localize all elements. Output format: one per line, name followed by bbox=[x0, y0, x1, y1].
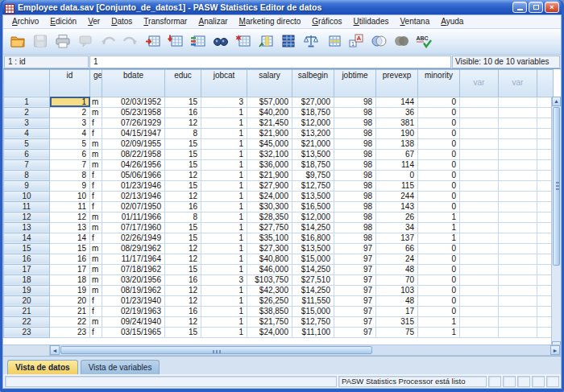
menu-utilidades[interactable]: Utilidades bbox=[348, 16, 395, 27]
menu-gr-ficos[interactable]: Gráficos bbox=[306, 16, 347, 27]
cell-salbegin-8[interactable]: $9,750 bbox=[292, 170, 334, 180]
cell-var1-19[interactable] bbox=[460, 285, 499, 295]
use-variable-sets-icon[interactable] bbox=[367, 31, 389, 52]
cell-jobcat-20[interactable]: 1 bbox=[201, 295, 247, 306]
cell-bdate-1[interactable]: 02/03/1952 bbox=[102, 97, 165, 107]
cell-var1-4[interactable] bbox=[460, 128, 499, 138]
cell-salary-11[interactable]: $30,300 bbox=[247, 201, 292, 212]
cell-jobcat-16[interactable]: 1 bbox=[201, 254, 247, 264]
row-header-5[interactable]: 5 bbox=[4, 138, 50, 149]
cell-prevexp-8[interactable]: 0 bbox=[376, 170, 418, 180]
row-header-4[interactable]: 4 bbox=[4, 128, 50, 138]
cell-jobcat-4[interactable]: 1 bbox=[201, 128, 247, 138]
cell-jobtime-17[interactable]: 97 bbox=[334, 264, 376, 274]
cell-salbegin-10[interactable]: $13,500 bbox=[292, 191, 334, 201]
cell-gender-2[interactable]: m bbox=[90, 107, 102, 118]
cell-jobtime-20[interactable]: 97 bbox=[334, 295, 376, 306]
cell-var2-13[interactable] bbox=[499, 222, 537, 233]
row-header-23[interactable]: 23 bbox=[4, 327, 50, 337]
cell-prevexp-12[interactable]: 26 bbox=[376, 212, 418, 222]
cell-var2-23[interactable] bbox=[499, 327, 537, 337]
cell-salbegin-23[interactable]: $11,100 bbox=[292, 327, 334, 337]
cell-prevexp-1[interactable]: 144 bbox=[376, 97, 418, 107]
horizontal-scroll-thumb[interactable] bbox=[60, 346, 372, 354]
cell-educ-12[interactable]: 8 bbox=[165, 212, 201, 222]
cell-salary-2[interactable]: $40,200 bbox=[247, 107, 292, 118]
cell-var2-7[interactable] bbox=[499, 159, 537, 170]
cell-jobtime-21[interactable]: 97 bbox=[334, 306, 376, 316]
cell-var2-11[interactable] bbox=[499, 201, 537, 212]
cell-var1-6[interactable] bbox=[460, 149, 499, 159]
cell-prevexp-2[interactable]: 36 bbox=[376, 107, 418, 118]
cell-id-17[interactable]: 17 bbox=[50, 264, 90, 274]
cell-gender-9[interactable]: f bbox=[90, 180, 102, 191]
row-header-7[interactable]: 7 bbox=[4, 159, 50, 170]
cell-salary-12[interactable]: $28,350 bbox=[247, 212, 292, 222]
row-header-19[interactable]: 19 bbox=[4, 285, 50, 295]
cell-gender-21[interactable]: f bbox=[90, 306, 102, 316]
cell-minority-13[interactable]: 1 bbox=[418, 222, 460, 233]
cell-salbegin-5[interactable]: $21,000 bbox=[292, 138, 334, 149]
cell-educ-4[interactable]: 8 bbox=[165, 128, 201, 138]
cell-prevexp-19[interactable]: 103 bbox=[376, 285, 418, 295]
cell-bdate-3[interactable]: 07/26/1929 bbox=[102, 118, 165, 128]
cell-minority-10[interactable]: 0 bbox=[418, 191, 460, 201]
row-header-1[interactable]: 1 bbox=[4, 97, 50, 107]
row-header-3[interactable]: 3 bbox=[4, 118, 50, 128]
cell-bdate-11[interactable]: 02/07/1950 bbox=[102, 201, 165, 212]
cell-minority-1[interactable]: 0 bbox=[418, 97, 460, 107]
cell-salbegin-13[interactable]: $14,250 bbox=[292, 222, 334, 233]
cell-educ-9[interactable]: 15 bbox=[165, 180, 201, 191]
cell-jobtime-19[interactable]: 97 bbox=[334, 285, 376, 295]
cell-salary-22[interactable]: $21,750 bbox=[247, 316, 292, 327]
cell-jobtime-15[interactable]: 97 bbox=[334, 243, 376, 254]
spell-check-icon[interactable]: ABC bbox=[413, 31, 434, 52]
cell-id-4[interactable]: 4 bbox=[50, 128, 90, 138]
cell-minority-14[interactable]: 1 bbox=[418, 233, 460, 243]
cell-bdate-5[interactable]: 02/09/1955 bbox=[102, 138, 165, 149]
cell-prevexp-9[interactable]: 115 bbox=[376, 180, 418, 191]
cell-var2-19[interactable] bbox=[499, 285, 537, 295]
cell-educ-1[interactable]: 15 bbox=[165, 97, 201, 107]
selected-cell[interactable]: 1 bbox=[50, 97, 90, 107]
cell-id-2[interactable]: 2 bbox=[50, 107, 90, 118]
cell-bdate-20[interactable]: 01/23/1940 bbox=[102, 295, 165, 306]
cell-prevexp-18[interactable]: 70 bbox=[376, 274, 418, 285]
cell-bdate-15[interactable]: 08/29/1962 bbox=[102, 243, 165, 254]
cell-salary-21[interactable]: $38,850 bbox=[247, 306, 292, 316]
row-header-6[interactable]: 6 bbox=[4, 149, 50, 159]
menu-ver[interactable]: Ver bbox=[82, 16, 106, 27]
show-all-variables-icon[interactable] bbox=[390, 31, 412, 52]
cell-var1-14[interactable] bbox=[460, 233, 499, 243]
cell-var2-17[interactable] bbox=[499, 264, 537, 274]
cell-var2-22[interactable] bbox=[499, 316, 537, 327]
cell-jobcat-7[interactable]: 1 bbox=[201, 159, 247, 170]
column-header-var1[interactable]: var bbox=[460, 69, 499, 97]
cell-prevexp-6[interactable]: 67 bbox=[376, 149, 418, 159]
cell-gender-4[interactable]: f bbox=[90, 128, 102, 138]
cell-gender-11[interactable]: f bbox=[90, 201, 102, 212]
row-header-16[interactable]: 16 bbox=[4, 254, 50, 264]
column-header-id[interactable]: id bbox=[50, 69, 90, 97]
cell-bdate-9[interactable]: 01/23/1946 bbox=[102, 180, 165, 191]
cell-minority-8[interactable]: 0 bbox=[418, 170, 460, 180]
cell-jobcat-21[interactable]: 1 bbox=[201, 306, 247, 316]
cell-id-18[interactable]: 18 bbox=[50, 274, 90, 285]
cell-minority-5[interactable]: 0 bbox=[418, 138, 460, 149]
cell-jobcat-2[interactable]: 1 bbox=[201, 107, 247, 118]
maximize-button[interactable] bbox=[529, 2, 543, 13]
cell-gender-3[interactable]: f bbox=[90, 118, 102, 128]
cell-jobcat-12[interactable]: 1 bbox=[201, 212, 247, 222]
insert-variable-icon[interactable] bbox=[255, 31, 276, 52]
cell-jobtime-14[interactable]: 98 bbox=[334, 233, 376, 243]
cell-var2-20[interactable] bbox=[499, 295, 537, 306]
cell-gender-1[interactable]: m bbox=[90, 97, 102, 107]
cell-minority-7[interactable]: 0 bbox=[418, 159, 460, 170]
column-header-salbegin[interactable]: salbegin bbox=[292, 69, 334, 97]
row-header-21[interactable]: 21 bbox=[4, 306, 50, 316]
cell-jobtime-13[interactable]: 98 bbox=[334, 222, 376, 233]
cell-var2-8[interactable] bbox=[499, 170, 537, 180]
cell-salbegin-21[interactable]: $15,000 bbox=[292, 306, 334, 316]
cell-id-19[interactable]: 19 bbox=[50, 285, 90, 295]
cell-educ-20[interactable]: 12 bbox=[165, 295, 201, 306]
